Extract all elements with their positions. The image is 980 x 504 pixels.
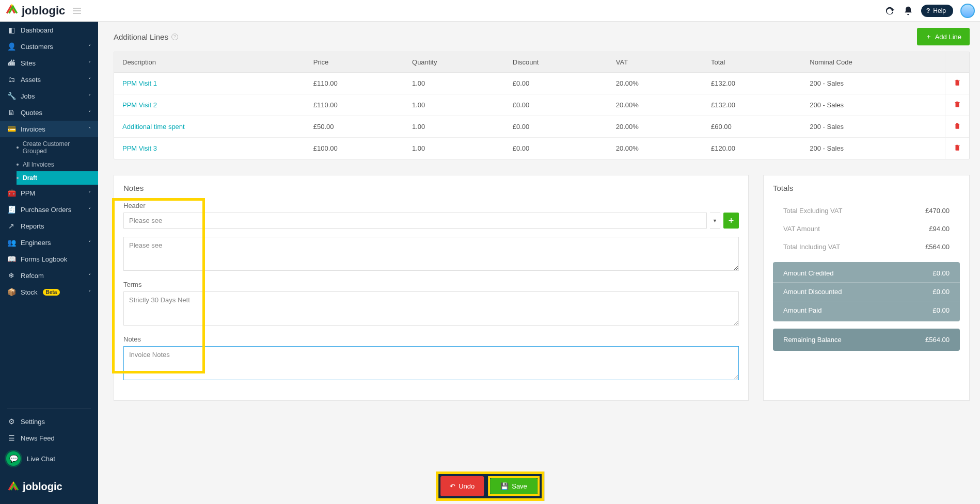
header-select[interactable]: Please see — [123, 213, 707, 229]
sidebar-item-stock[interactable]: 📦 Stock Beta ˅ — [0, 284, 98, 300]
total-row: Total Excluding VAT£470.00 — [773, 202, 960, 220]
chevron-down-icon: ˅ — [88, 273, 91, 279]
nominal-cell: 200 - Sales — [801, 116, 945, 138]
column-header: Price — [305, 52, 404, 73]
chevron-down-icon: ˅ — [88, 77, 91, 83]
assets-icon: 🗂 — [7, 75, 15, 84]
sidebar-label: Engineers — [21, 239, 51, 247]
add-line-button[interactable]: ＋ Add Line — [917, 28, 970, 45]
notes-title: Notes — [123, 184, 739, 192]
engineers-icon: 👥 — [7, 238, 15, 247]
sidebar-item-sites[interactable]: 🏙 Sites ˅ — [0, 55, 98, 71]
sidebar-livechat[interactable]: 💬 Live Chat — [0, 446, 98, 471]
sidebar-item-invoices[interactable]: 💳 Invoices ˄ — [0, 121, 98, 137]
logo[interactable]: joblogic — [5, 3, 65, 19]
column-header: VAT — [608, 52, 703, 73]
total-row: Amount Paid£0.00 — [773, 301, 960, 319]
ppm-icon: 🧰 — [7, 189, 15, 197]
sidebar-item-settings[interactable]: ⚙ Settings — [0, 413, 98, 430]
avatar[interactable] — [960, 4, 975, 18]
sidebar-label: Assets — [21, 76, 41, 84]
sidebar-label: Quotes — [21, 109, 42, 117]
nominal-cell: 200 - Sales — [801, 94, 945, 116]
delete-button[interactable] — [954, 122, 961, 131]
total-row: VAT Amount£94.00 — [773, 220, 960, 238]
menu-toggle-icon[interactable] — [73, 8, 81, 14]
table-row: Additional time spent £50.00 1.00 £0.00 … — [114, 116, 969, 138]
price-cell: £110.00 — [305, 73, 404, 94]
sidebar-item-purchase-orders[interactable]: 🧾 Purchase Orders ˅ — [0, 201, 98, 218]
chat-icon: 💬 — [6, 451, 21, 466]
discount-cell: £0.00 — [504, 138, 608, 159]
sidebar-item-engineers[interactable]: 👥 Engineers ˅ — [0, 234, 98, 251]
notes-textarea[interactable] — [123, 346, 739, 380]
sidebar-item-dashboard[interactable]: ◧ Dashboard — [0, 22, 98, 38]
notes-label: Notes — [123, 335, 739, 343]
sidebar-label: Customers — [21, 43, 53, 51]
terms-textarea[interactable] — [123, 291, 739, 326]
sidebar-label: Purchase Orders — [21, 206, 71, 214]
newsfeed-icon: ☰ — [7, 434, 15, 442]
sidebar-item-reports[interactable]: ↗ Reports — [0, 218, 98, 234]
total-cell: £60.00 — [703, 116, 801, 138]
sidebar: ◧ Dashboard 👤 Customers ˅🏙 Sites ˅🗂 Asse… — [0, 22, 98, 504]
sidebar-label: Reports — [21, 222, 44, 230]
bullet-icon — [17, 147, 19, 149]
sidebar-item-forms-logbook[interactable]: 📖 Forms Logbook — [0, 251, 98, 267]
vat-cell: 20.00% — [608, 73, 703, 94]
refcom-icon: ❄ — [7, 271, 15, 280]
header-add-button[interactable]: ＋ — [723, 213, 739, 229]
bell-icon[interactable] — [903, 5, 914, 17]
sidebar-item-assets[interactable]: 🗂 Assets ˅ — [0, 71, 98, 88]
sidebar-subitem-draft[interactable]: Draft — [17, 171, 98, 185]
sidebar-subitem-all-invoices[interactable]: All Invoices — [17, 158, 98, 171]
sync-icon[interactable] — [884, 5, 895, 17]
quantity-cell: 1.00 — [404, 138, 504, 159]
chevron-down-icon: ˅ — [88, 44, 91, 50]
info-icon[interactable]: ? — [171, 34, 178, 40]
undo-button[interactable]: ↶ Undo — [440, 476, 484, 496]
sidebar-subitem-create-customer-grouped[interactable]: Create Customer Grouped — [17, 137, 98, 158]
delete-button[interactable] — [954, 101, 961, 109]
description-link[interactable]: PPM Visit 1 — [114, 73, 305, 94]
sidebar-item-jobs[interactable]: 🔧 Jobs ˅ — [0, 88, 98, 104]
column-header: Nominal Code — [801, 52, 945, 73]
description-link[interactable]: PPM Visit 2 — [114, 94, 305, 116]
header-textarea[interactable] — [123, 237, 739, 271]
sidebar-label: Dashboard — [21, 26, 54, 34]
logo-text: joblogic — [22, 4, 65, 18]
sidebar-label: Sites — [21, 59, 36, 67]
sidebar-label: Live Chat — [27, 455, 55, 463]
sidebar-item-ppm[interactable]: 🧰 PPM ˅ — [0, 185, 98, 201]
chevron-down-icon: ˅ — [88, 240, 91, 246]
lines-table: DescriptionPriceQuantityDiscountVATTotal… — [114, 52, 970, 159]
sidebar-item-refcom[interactable]: ❄ Refcom ˅ — [0, 267, 98, 284]
chevron-down-icon: ˅ — [88, 207, 91, 213]
save-icon: 💾 — [500, 482, 509, 490]
save-button[interactable]: 💾 Save — [490, 478, 538, 494]
sidebar-label: Settings — [21, 418, 45, 426]
sidebar-item-customers[interactable]: 👤 Customers ˅ — [0, 38, 98, 55]
save-label: Save — [512, 482, 527, 490]
delete-button[interactable] — [954, 144, 961, 153]
description-link[interactable]: PPM Visit 3 — [114, 138, 305, 159]
forms logbook-icon: 📖 — [7, 255, 15, 263]
sidebar-item-quotes[interactable]: 🗎 Quotes ˅ — [0, 104, 98, 121]
customers-icon: 👤 — [7, 42, 15, 51]
total-cell: £120.00 — [703, 138, 801, 159]
sidebar-item-newsfeed[interactable]: ☰ News Feed — [0, 430, 98, 446]
quotes-icon: 🗎 — [7, 108, 15, 117]
help-button[interactable]: ? Help — [921, 5, 953, 17]
price-cell: £50.00 — [305, 116, 404, 138]
quantity-cell: 1.00 — [404, 116, 504, 138]
delete-button[interactable] — [954, 79, 961, 88]
total-row: Amount Credited£0.00 — [773, 264, 960, 283]
description-link[interactable]: Additional time spent — [114, 116, 305, 138]
price-cell: £110.00 — [305, 94, 404, 116]
balance-row: Remaining Balance £564.00 — [773, 329, 960, 351]
total-row: Total Including VAT£564.00 — [773, 238, 960, 256]
totals-card: Totals Total Excluding VAT£470.00VAT Amo… — [763, 175, 970, 401]
dashboard-icon: ◧ — [7, 26, 15, 34]
settings-icon: ⚙ — [7, 417, 15, 426]
chevron-down-icon[interactable]: ▼ — [710, 213, 720, 229]
